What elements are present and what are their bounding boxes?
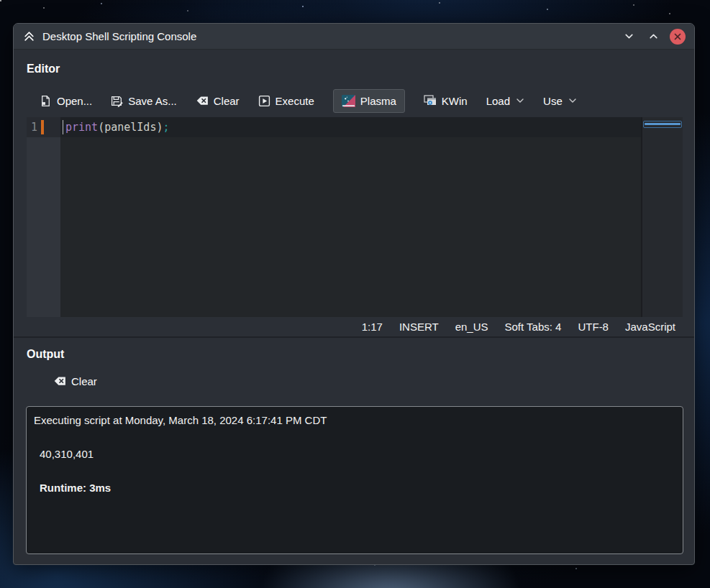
execute-button[interactable]: Execute [258, 95, 314, 107]
cursor-position-status[interactable]: 1:17 [362, 321, 383, 333]
editor-toolbar: Open... Save As... [40, 87, 694, 114]
use-menu-button[interactable]: Use [543, 95, 577, 107]
open-button[interactable]: Open... [40, 95, 92, 107]
code-token: ) [156, 121, 163, 134]
line-number: 1 [27, 117, 37, 137]
output-view: Executing script at Monday, March 18, 20… [26, 406, 683, 554]
use-menu-label: Use [543, 95, 563, 107]
encoding-status[interactable]: UTF-8 [578, 321, 609, 333]
code-token: ( [98, 121, 104, 134]
save-as-button[interactable]: Save As... [111, 95, 177, 107]
code-token: panelIds [104, 121, 156, 134]
kwin-mode-button[interactable]: KWin [424, 94, 468, 107]
code-editor[interactable]: 1 print(panelIds); [27, 117, 683, 317]
modified-line-marker [41, 120, 44, 134]
titlebar[interactable]: Desktop Shell Scripting Console [14, 24, 694, 50]
editor-minimap-scrollbar[interactable] [641, 117, 683, 317]
dictionary-status[interactable]: en_US [455, 321, 488, 333]
save-as-icon [111, 95, 123, 107]
plasma-logo-icon [342, 94, 355, 108]
output-timestamp: Executing script at Monday, March 18, 20… [34, 413, 675, 427]
plasma-mode-button[interactable]: Plasma [333, 89, 405, 113]
clear-output-button[interactable]: Clear [53, 375, 97, 387]
backspace-clear-icon [196, 94, 209, 107]
output-result: 40,310,401 [40, 447, 675, 461]
clear-output-label: Clear [71, 375, 97, 387]
syntax-mode-status[interactable]: JavaScript [625, 321, 675, 333]
open-file-icon [40, 95, 52, 107]
load-menu-label: Load [486, 95, 510, 107]
scripting-console-window: Desktop Shell Scripting Console Editor [13, 23, 695, 565]
output-heading: Output [14, 338, 64, 361]
window-title: Desktop Shell Scripting Console [42, 30, 196, 42]
editor-heading: Editor [14, 50, 694, 75]
minimap-view-indicator [643, 121, 682, 128]
maximize-button[interactable] [644, 27, 663, 46]
minimize-button[interactable] [619, 27, 638, 46]
kwin-button-label: KWin [442, 95, 468, 107]
gutter-current-line: 1 [27, 117, 60, 137]
wallpaper-stars [0, 0, 1, 1]
clear-editor-button[interactable]: Clear [196, 94, 240, 107]
open-button-label: Open... [57, 95, 92, 107]
tab-mode-status[interactable]: Soft Tabs: 4 [505, 321, 562, 333]
execute-button-label: Execute [276, 95, 314, 107]
editor-gutter[interactable]: 1 [27, 117, 60, 317]
save-as-button-label: Save As... [128, 95, 177, 107]
text-cursor [63, 120, 63, 134]
clear-editor-label: Clear [214, 95, 240, 107]
load-menu-button[interactable]: Load [486, 95, 524, 107]
backspace-clear-icon [53, 375, 66, 387]
output-toolbar: Clear [53, 375, 97, 387]
keep-above-icon[interactable] [23, 30, 35, 42]
code-text-area[interactable]: print(panelIds); [60, 117, 641, 317]
code-token: ; [163, 121, 169, 134]
chevron-down-icon [516, 98, 524, 104]
execute-play-icon [258, 95, 270, 107]
close-button[interactable] [670, 29, 686, 45]
kwin-windows-icon [424, 94, 437, 107]
output-runtime: Runtime: 3ms [40, 481, 675, 495]
minimap-code-line [645, 123, 681, 125]
chevron-down-icon [568, 98, 577, 104]
code-token: print [65, 121, 98, 134]
code-line: print(panelIds); [60, 117, 641, 137]
editor-statusbar: 1:17 INSERT en_US Soft Tabs: 4 UTF-8 Jav… [14, 317, 694, 338]
plasma-button-label: Plasma [360, 95, 396, 107]
input-mode-status[interactable]: INSERT [399, 321, 439, 333]
